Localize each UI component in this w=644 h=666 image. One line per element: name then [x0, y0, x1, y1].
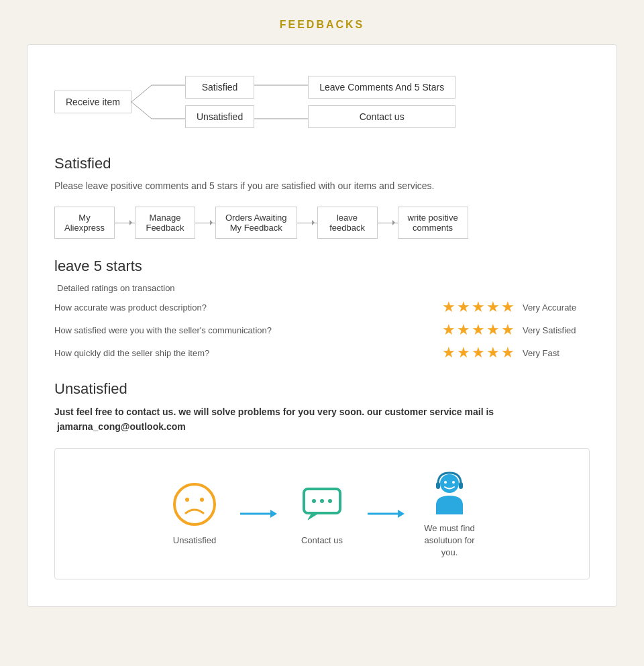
icon-item-unsatisfied: Unsatisfied — [151, 481, 238, 547]
svg-line-1 — [131, 102, 152, 119]
step-manage-feedback: ManageFeedback — [135, 207, 195, 239]
star-1-3: ★ — [472, 298, 485, 316]
contact-us-flow-box: Contact us — [308, 105, 455, 128]
chat-bubbles-icon — [299, 481, 345, 528]
stars-group-2: ★ ★ ★ ★ ★ — [442, 321, 515, 339]
step-write-positive: write positivecomments — [398, 207, 468, 239]
unsatisfied-description: Just feel free to contact us. we will so… — [54, 404, 590, 435]
svg-point-19 — [452, 481, 455, 484]
unsatisfied-section: Unsatisfied Just feel free to contact us… — [54, 380, 590, 435]
svg-point-6 — [174, 484, 215, 524]
svg-marker-10 — [270, 510, 277, 518]
svg-point-13 — [320, 499, 324, 503]
step-flow: MyAliexpress ManageFeedback Orders Await… — [54, 207, 590, 239]
unsatisfied-email: jamarna_cong@outlook.com — [57, 421, 186, 432]
rating-question-2: How satisfied were you with the seller's… — [54, 325, 442, 335]
icon-item-agent: We must findasolutuon foryou. — [406, 469, 493, 559]
detailed-ratings-label: Detailed ratings on transaction — [54, 283, 590, 293]
flow-diagram: Receive item Satisfied Unsatisfied Leave… — [54, 65, 590, 139]
star-3-5: ★ — [501, 344, 515, 362]
rating-question-3: How quickly did the seller ship the item… — [54, 348, 442, 358]
rating-row-2: How satisfied were you with the seller's… — [54, 321, 590, 339]
svg-point-14 — [328, 499, 332, 503]
leave-stars-title: leave 5 starts — [54, 258, 590, 275]
star-2-1: ★ — [442, 321, 455, 339]
arrow-blue-2 — [366, 507, 406, 520]
icon-item-contact: Contact us — [278, 481, 366, 547]
unsatisfied-title: Unsatisfied — [54, 380, 590, 398]
rating-label-1: Very Accurate — [523, 302, 590, 313]
action-boxes: Leave Comments And 5 Stars Contact us — [308, 76, 455, 128]
stars-group-1: ★ ★ ★ ★ ★ — [442, 298, 515, 316]
star-1-4: ★ — [486, 298, 500, 316]
star-3-3: ★ — [472, 344, 485, 362]
svg-point-17 — [440, 474, 459, 493]
satisfied-section: Satisfied Please leave positive comments… — [54, 155, 590, 193]
star-3-1: ★ — [442, 344, 455, 362]
page-header: FEEDBACKS — [0, 0, 644, 44]
receive-item-box: Receive item — [54, 91, 131, 113]
star-1-2: ★ — [457, 298, 470, 316]
step-arrow-4 — [378, 223, 398, 223]
star-2-5: ★ — [501, 321, 515, 339]
svg-rect-21 — [459, 482, 463, 489]
branch-connector — [131, 72, 185, 132]
star-2-3: ★ — [472, 321, 485, 339]
step-leave-feedback: leavefeedback — [317, 207, 378, 239]
icon-label-unsatisfied: Unsatisfied — [173, 535, 216, 547]
step-arrow-2 — [195, 223, 215, 223]
star-1-5: ★ — [501, 298, 515, 316]
satisfied-title: Satisfied — [54, 155, 590, 172]
unsatisfied-desc-text: Just feel free to contact us. we will so… — [54, 406, 494, 417]
rating-label-2: Very Satisfied — [523, 325, 590, 335]
step-orders-awaiting: Orders AwaitingMy Feedback — [215, 207, 297, 239]
stars-group-3: ★ ★ ★ ★ ★ — [442, 344, 515, 362]
step-my-aliexpress: MyAliexpress — [54, 207, 115, 239]
rating-question-1: How accurate was product description? — [54, 302, 442, 313]
icon-label-contact: Contact us — [301, 535, 343, 547]
svg-point-8 — [200, 498, 204, 502]
main-card: Receive item Satisfied Unsatisfied Leave… — [27, 44, 617, 607]
icon-flow-container: Unsatisfied Contact us — [54, 448, 590, 580]
svg-point-18 — [444, 481, 447, 484]
star-2-2: ★ — [457, 321, 470, 339]
svg-line-0 — [131, 85, 152, 102]
right-connector — [254, 72, 308, 132]
svg-marker-16 — [398, 510, 405, 518]
star-1-1: ★ — [442, 298, 455, 316]
step-arrow-3 — [297, 223, 317, 223]
star-3-4: ★ — [486, 344, 500, 362]
sad-face-icon — [171, 481, 218, 528]
svg-point-7 — [185, 498, 189, 502]
svg-point-12 — [312, 499, 316, 503]
icon-label-agent: We must findasolutuon foryou. — [424, 522, 475, 559]
svg-rect-20 — [436, 482, 440, 489]
satisfied-description: Please leave positive comments and 5 sta… — [54, 179, 590, 193]
star-2-4: ★ — [486, 321, 500, 339]
arrow-blue-1 — [238, 507, 278, 520]
ratings-section: leave 5 starts Detailed ratings on trans… — [54, 258, 590, 362]
page-title: FEEDBACKS — [280, 19, 365, 30]
satisfied-box: Satisfied — [185, 76, 254, 99]
leave-comments-box: Leave Comments And 5 Stars — [308, 76, 455, 99]
step-arrow-1 — [115, 223, 135, 223]
unsatisfied-box: Unsatisfied — [185, 105, 254, 128]
branch-boxes: Satisfied Unsatisfied — [185, 76, 254, 128]
rating-row-3: How quickly did the seller ship the item… — [54, 344, 590, 362]
rating-row-1: How accurate was product description? ★ … — [54, 298, 590, 316]
agent-icon — [426, 469, 473, 516]
rating-label-3: Very Fast — [523, 348, 590, 358]
star-3-2: ★ — [457, 344, 470, 362]
